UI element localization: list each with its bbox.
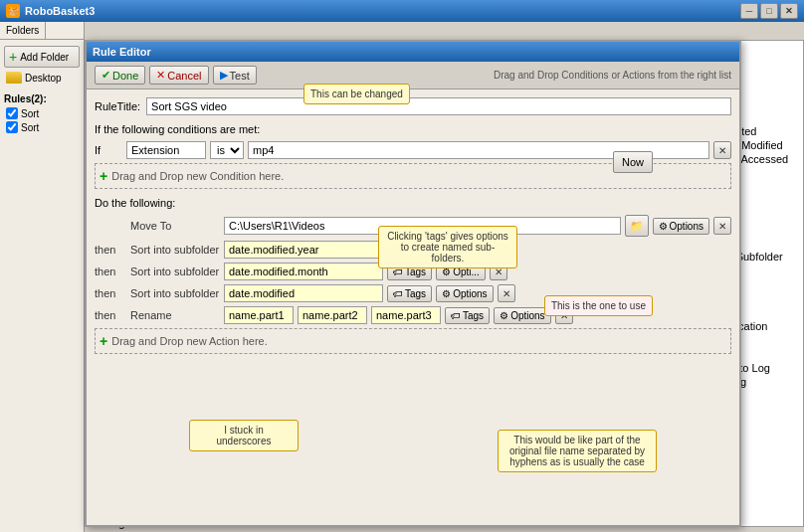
- add-folder-button[interactable]: + Add Folder: [4, 46, 80, 68]
- options-icon-date: ⚙: [442, 288, 451, 299]
- desktop-item[interactable]: Desktop: [2, 70, 82, 86]
- rule-editor-title-bar: Rule Editor: [87, 42, 739, 62]
- callout-rule-title: This can be changed: [303, 84, 410, 104]
- callout-underscores: I stuck in underscores: [189, 420, 299, 451]
- rule-editor-toolbar: ✔ Done ✕ Cancel ▶ Test Drag and Drop Con…: [87, 62, 739, 89]
- then-label-sort-date: then: [95, 287, 126, 299]
- rule-checkbox-2[interactable]: [6, 121, 18, 133]
- rules-section: Rules(2): Sort Sort: [0, 89, 84, 138]
- window-title: RoboBasket3: [25, 5, 95, 17]
- drag-new-action: + Drag and Drop new Action here.: [95, 328, 731, 354]
- rules-label: Rules(2):: [4, 93, 80, 104]
- callout-original-file: This would be like part of the original …: [498, 430, 657, 472]
- condition-operator-select[interactable]: is: [210, 141, 244, 159]
- rename-part3-input[interactable]: [371, 306, 441, 324]
- done-button[interactable]: ✔ Done: [95, 66, 145, 85]
- sort-date-input[interactable]: [224, 284, 383, 302]
- rule-title-label: RuleTitle:: [95, 100, 140, 112]
- options-icon: ⚙: [659, 221, 668, 232]
- rename-part1-input[interactable]: [224, 306, 294, 324]
- now-button-area: Now: [613, 151, 653, 173]
- now-button[interactable]: Now: [613, 151, 653, 173]
- tag-icon-date: 🏷: [393, 288, 403, 299]
- add-folder-icon: +: [9, 49, 17, 65]
- remove-condition-button[interactable]: ✕: [713, 141, 731, 159]
- condition-field[interactable]: [126, 141, 206, 159]
- then-label-rename: then: [95, 309, 126, 321]
- action-type-rename: Rename: [130, 309, 220, 321]
- rename-part2-input[interactable]: [298, 306, 367, 324]
- app-container: Folders + Add Folder Desktop Rules(2): S…: [0, 22, 804, 532]
- sort-date-tags-button[interactable]: 🏷 Tags: [387, 285, 432, 302]
- left-panel: Folders + Add Folder Desktop Rules(2): S…: [0, 22, 85, 532]
- rule-title-input[interactable]: [146, 97, 731, 115]
- test-button[interactable]: ▶ Test: [213, 66, 257, 85]
- maximize-button[interactable]: □: [760, 3, 778, 19]
- rule-item-2[interactable]: Sort: [4, 120, 80, 134]
- left-tabs: Folders: [0, 22, 84, 40]
- desktop-folder-icon: [6, 72, 22, 84]
- if-label: If: [95, 144, 122, 156]
- main-area: Rule Editor ✔ Done ✕ Cancel ▶ Test Drag …: [85, 22, 804, 532]
- cancel-button[interactable]: ✕ Cancel: [149, 66, 208, 85]
- rename-options-button[interactable]: ⚙ Options: [494, 307, 550, 324]
- cancel-icon: ✕: [156, 69, 165, 82]
- do-following-label: Do the following:: [95, 197, 731, 209]
- move-options-button[interactable]: ⚙ Options: [653, 218, 709, 235]
- drag-drop-hint: Drag and Drop Conditions or Actions from…: [494, 70, 731, 81]
- done-icon: ✔: [101, 69, 110, 82]
- sort-year-input[interactable]: [224, 241, 383, 259]
- window-controls: ─ □ ✕: [740, 3, 798, 19]
- callout-tags: Clicking 'tags' gives options to create …: [378, 226, 517, 268]
- test-icon: ▶: [220, 69, 228, 82]
- callout-this-one: This is the one to use: [544, 295, 653, 316]
- remove-move-action-button[interactable]: ✕: [713, 217, 731, 235]
- minimize-button[interactable]: ─: [740, 3, 758, 19]
- title-bar: 🧺 RoboBasket3 ─ □ ✕: [0, 0, 804, 22]
- close-button[interactable]: ✕: [780, 3, 798, 19]
- rule-checkbox-1[interactable]: [6, 107, 18, 119]
- add-action-icon: +: [100, 333, 107, 349]
- menu-bar: [85, 22, 804, 42]
- remove-sort-date-button[interactable]: ✕: [498, 284, 515, 302]
- sort-date-options-button[interactable]: ⚙ Options: [436, 285, 493, 302]
- rename-tags-button[interactable]: 🏷 Tags: [445, 307, 490, 324]
- action-type-sort-month: Sort into subfolder: [130, 266, 220, 277]
- rule-item-1[interactable]: Sort: [4, 106, 80, 120]
- add-condition-icon: +: [100, 168, 107, 184]
- options-icon-rename: ⚙: [500, 310, 508, 321]
- then-label-sort-month: then: [95, 266, 126, 277]
- tag-icon-rename: 🏷: [451, 310, 461, 321]
- action-type-sort-year: Sort into subfolder: [130, 244, 220, 256]
- conditions-section-label: If the following conditions are met:: [95, 123, 731, 135]
- app-icon: 🧺: [6, 4, 20, 18]
- action-type-sort-date: Sort into subfolder: [130, 287, 220, 299]
- sidebar-section: + Add Folder Desktop: [0, 40, 84, 89]
- then-label-sort-year: then: [95, 244, 126, 256]
- browse-folder-button[interactable]: 📁: [625, 215, 649, 237]
- sort-month-input[interactable]: [224, 263, 383, 280]
- action-type-move: Move To: [130, 220, 220, 232]
- folders-tab[interactable]: Folders: [0, 22, 46, 39]
